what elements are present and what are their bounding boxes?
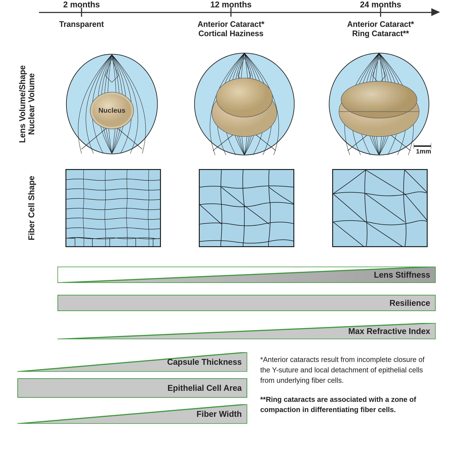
lens-row: Lens Volume/ShapeNuclear Volume: [0, 41, 453, 161]
small-bars-column: Capsule Thickness Epithelial Cell Area: [17, 352, 247, 424]
timeline-section: 2 months Transparent 12 months Anterior …: [0, 0, 453, 39]
footnotes-column: *Anterior cataracts result from incomple…: [260, 352, 436, 424]
timeline-line: [39, 12, 436, 13]
timeline-arrow: [431, 8, 440, 16]
max-refractive-row: Max Refractive Index: [17, 323, 436, 339]
lens-svg-1: Nucleus: [60, 48, 164, 161]
label-2months-top: 2 months: [63, 0, 100, 9]
scale-bar: 1mm: [414, 146, 431, 155]
epithelial-cell-area-label: Epithelial Cell Area: [167, 384, 242, 393]
resilience-label: Resilience: [389, 298, 430, 308]
max-refractive-label: Max Refractive Index: [348, 326, 430, 336]
fiber-svg-2: [200, 170, 294, 247]
resilience-row: Resilience: [17, 295, 436, 311]
fiber-svg-3: [333, 170, 428, 247]
lens-diagram-3: 1mm: [325, 48, 433, 161]
lens-svg-2: [190, 48, 299, 161]
svg-rect-17: [57, 295, 436, 311]
label-12months-top: 12 months: [210, 0, 252, 9]
svg-rect-13: [333, 170, 428, 247]
lens-stiffness-row: Lens Stiffness: [17, 267, 436, 283]
svg-rect-12: [200, 170, 294, 247]
label-24months-top: 24 months: [360, 0, 401, 9]
fiber-cell-box-1: [65, 169, 161, 247]
svg-point-9: [341, 81, 417, 118]
label-12months-bottom: Anterior Cataract*Cortical Haziness: [198, 20, 264, 38]
lens-svg-3: [325, 48, 433, 161]
scale-bar-label: 1mm: [416, 148, 431, 155]
label-24months-bottom: Anterior Cataract*Ring Cataract**: [347, 20, 414, 38]
fiber-width-row: Fiber Width: [17, 404, 247, 424]
svg-rect-11: [66, 170, 161, 247]
footnote-2: **Ring cataracts are associated with a z…: [260, 394, 436, 415]
footnote-1: *Anterior cataracts result from incomple…: [260, 354, 436, 386]
lens-label-container: Lens Volume/ShapeNuclear Volume: [0, 48, 40, 161]
lens-diagram-2: [190, 48, 299, 161]
bottom-section: Capsule Thickness Epithelial Cell Area: [0, 350, 453, 433]
fiber-svg-1: [66, 170, 161, 247]
fiber-row: Fiber Cell Shape: [0, 167, 453, 249]
resilience-bar: [57, 295, 436, 311]
epithelial-cell-area-row: Epithelial Cell Area: [17, 378, 247, 398]
svg-text:Nucleus: Nucleus: [98, 106, 125, 114]
fiber-cell-box-2: [199, 169, 294, 247]
svg-point-6: [216, 78, 273, 117]
fiber-diagrams-row: [40, 169, 453, 247]
gradient-bars-section: Lens Stiffness Resilience Max Refractive: [0, 258, 453, 348]
fiber-row-label: Fiber Cell Shape: [27, 176, 36, 240]
lens-diagram-1: Nucleus: [60, 48, 164, 161]
lens-stiffness-label: Lens Stiffness: [374, 270, 430, 280]
capsule-thickness-label: Capsule Thickness: [167, 357, 242, 367]
fiber-cell-box-3: [332, 169, 428, 247]
fiber-width-label: Fiber Width: [197, 409, 242, 419]
lens-row-label: Lens Volume/ShapeNuclear Volume: [18, 65, 36, 143]
label-2months-bottom: Transparent: [59, 20, 104, 29]
lens-diagrams-row: Nucleus: [40, 48, 453, 161]
fiber-label-container: Fiber Cell Shape: [0, 167, 40, 249]
capsule-thickness-row: Capsule Thickness: [17, 352, 247, 372]
